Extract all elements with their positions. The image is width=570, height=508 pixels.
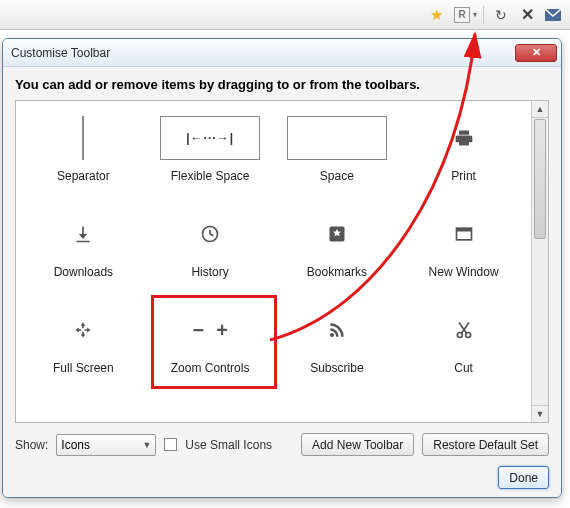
done-button[interactable]: Done [498,466,549,489]
mail-icon[interactable] [542,4,564,26]
small-icons-checkbox[interactable] [164,438,177,451]
add-toolbar-button[interactable]: Add New Toolbar [301,433,414,456]
flexible-space-icon: |←···→| [160,116,260,160]
history-icon [200,224,220,244]
svg-rect-4 [456,228,471,231]
chevron-down-icon: ▼ [142,440,151,450]
done-row: Done [15,466,549,489]
download-icon [73,224,93,244]
customise-toolbar-dialog: Customise Toolbar ✕ You can add or remov… [2,38,562,498]
scroll-down-button[interactable]: ▼ [532,405,548,422]
item-label: Space [320,169,354,183]
zoom-icon: − + [160,305,260,355]
item-cut[interactable]: Cut [400,299,527,395]
r-badge[interactable]: R [451,4,473,26]
browser-toolbar: ★ R ▾ ↻ ✕ [0,0,570,30]
svg-point-5 [330,333,334,337]
dropdown-arrow-icon[interactable]: ▾ [473,10,477,19]
button-label: Done [509,471,538,485]
item-space[interactable]: Space [274,107,401,203]
new-window-icon [454,224,474,244]
items-scroll-area: Separator |←···→| Flexible Space Space P… [16,101,531,422]
item-print[interactable]: Print [400,107,527,203]
rss-icon [327,320,347,340]
print-icon [454,128,474,148]
item-label: Bookmarks [307,265,367,279]
item-label: Print [451,169,476,183]
item-label: Zoom Controls [171,361,250,375]
instruction-text: You can add or remove items by dragging … [15,77,549,92]
item-full-screen[interactable]: Full Screen [20,299,147,395]
item-label: Flexible Space [171,169,250,183]
options-row: Show: Icons ▼ Use Small Icons Add New To… [15,433,549,456]
item-subscribe[interactable]: Subscribe [274,299,401,395]
dialog-close-button[interactable]: ✕ [515,44,557,62]
bookmark-icon [327,224,347,244]
fullscreen-icon [73,320,93,340]
item-label: Cut [454,361,473,375]
dialog-title: Customise Toolbar [11,46,515,60]
scroll-thumb[interactable] [534,119,546,239]
item-zoom-controls[interactable]: − + Zoom Controls [147,299,274,395]
item-label: New Window [429,265,499,279]
item-history[interactable]: History [147,203,274,299]
show-value: Icons [61,438,90,452]
items-panel: Separator |←···→| Flexible Space Space P… [15,100,549,423]
small-icons-label[interactable]: Use Small Icons [185,438,272,452]
reload-icon[interactable]: ↻ [490,4,512,26]
favorite-star-icon[interactable]: ★ [425,4,447,26]
scrollbar[interactable]: ▲ ▼ [531,101,548,422]
item-label: History [191,265,228,279]
scroll-up-button[interactable]: ▲ [532,101,548,118]
restore-defaults-button[interactable]: Restore Default Set [422,433,549,456]
dialog-titlebar[interactable]: Customise Toolbar ✕ [3,39,561,67]
dialog-body: You can add or remove items by dragging … [3,67,561,497]
toolbar-separator [483,6,484,24]
show-label: Show: [15,438,48,452]
item-downloads[interactable]: Downloads [20,203,147,299]
button-label: Restore Default Set [433,438,538,452]
item-label: Separator [57,169,110,183]
item-flexible-space[interactable]: |←···→| Flexible Space [147,107,274,203]
item-separator[interactable]: Separator [20,107,147,203]
stop-icon[interactable]: ✕ [516,4,538,26]
show-select[interactable]: Icons ▼ [56,434,156,456]
items-grid: Separator |←···→| Flexible Space Space P… [20,107,527,395]
space-icon [287,116,387,160]
separator-icon [82,116,84,160]
item-bookmarks[interactable]: Bookmarks [274,203,401,299]
item-new-window[interactable]: New Window [400,203,527,299]
item-label: Subscribe [310,361,363,375]
button-label: Add New Toolbar [312,438,403,452]
item-label: Downloads [54,265,113,279]
cut-icon [454,320,474,340]
item-label: Full Screen [53,361,114,375]
